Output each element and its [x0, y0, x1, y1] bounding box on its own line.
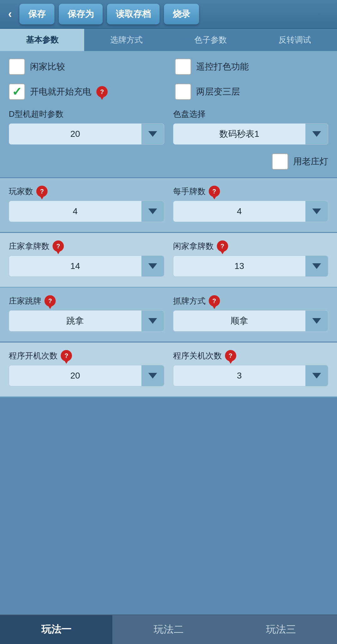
boot-count-label: 程序开机次数 ?: [9, 350, 164, 361]
kaidianchongdian-help-icon[interactable]: ?: [96, 86, 108, 97]
colordisc-field: 色盘选择 数码秒表1: [173, 109, 329, 145]
banker-cards-arrow[interactable]: [141, 256, 164, 276]
player-cards-value: 13: [173, 261, 306, 271]
player-count-help-icon[interactable]: ?: [36, 186, 48, 197]
player-count-dropdown[interactable]: 4: [9, 201, 164, 222]
banker-cards-dropdown[interactable]: 14: [9, 255, 164, 277]
boot-shutdown-section: 程序开机次数 ? 20 程序关机次数 ? 3: [0, 343, 337, 397]
xianjiabijiao-label: 闲家比较: [30, 61, 65, 73]
player-cards-help-icon[interactable]: ?: [217, 240, 228, 252]
banker-jump-label: 庄家跳牌 ?: [9, 295, 164, 307]
kaidianchongdian-label: 开电就开始充电: [30, 86, 91, 98]
dtimeout-dropdown[interactable]: 20: [9, 123, 164, 145]
banker-jump-help-icon[interactable]: ?: [44, 295, 56, 307]
player-count-arrow-icon: [148, 209, 157, 214]
banker-jump-dropdown[interactable]: 跳拿: [9, 310, 164, 332]
shutdown-count-dropdown[interactable]: 3: [173, 365, 329, 386]
hand-count-arrow-icon: [312, 209, 321, 214]
basic-toggles-section: 闲家比较 遥控打色功能 ✓ 开电就开始充电 ? 两层变三层: [0, 51, 337, 178]
player-cards-field: 闲家拿牌数 ? 13: [173, 240, 329, 277]
player-cards-arrow[interactable]: [305, 256, 328, 276]
tab-bar: 基本参数 选牌方式 色子参数 反转调试: [0, 29, 337, 51]
banker-cards-value: 14: [9, 261, 141, 271]
bottom-tab-gameplay3[interactable]: 玩法三: [225, 615, 337, 644]
yaokong-row: 遥控打色功能: [175, 59, 329, 75]
grab-mode-help-icon[interactable]: ?: [209, 295, 220, 307]
boot-count-value: 20: [9, 371, 141, 381]
shutdown-count-help-icon[interactable]: ?: [225, 350, 236, 361]
xianjiabijiao-checkbox[interactable]: [9, 59, 25, 75]
dtimeout-arrow[interactable]: [141, 124, 164, 144]
player-count-label: 玩家数 ?: [9, 186, 164, 197]
tab-reverse-debug[interactable]: 反转调试: [253, 29, 337, 51]
tab-basic-params[interactable]: 基本参数: [0, 29, 84, 51]
liangceng-row: 两层变三层: [175, 84, 329, 100]
hand-count-label: 每手牌数 ?: [173, 186, 329, 197]
player-cards-arrow-icon: [312, 263, 321, 269]
xianjiabijiao-row: 闲家比较: [9, 59, 162, 75]
shutdown-count-arrow-icon: [312, 373, 321, 379]
hand-count-help-icon[interactable]: ?: [209, 186, 220, 197]
shutdown-count-arrow[interactable]: [305, 365, 328, 386]
hand-count-field: 每手牌数 ? 4: [173, 186, 329, 222]
tab-dice-params[interactable]: 色子参数: [169, 29, 253, 51]
player-count-field: 玩家数 ? 4: [9, 186, 164, 222]
player-count-value: 4: [9, 206, 141, 216]
hand-count-value: 4: [173, 206, 306, 216]
liangceng-label: 两层变三层: [196, 86, 240, 98]
grab-mode-label: 抓牌方式 ?: [173, 295, 329, 307]
shutdown-count-value: 3: [173, 371, 306, 381]
banker-jump-arrow[interactable]: [141, 311, 164, 331]
colordisc-label: 色盘选择: [173, 109, 329, 120]
tab-card-mode[interactable]: 选牌方式: [84, 29, 168, 51]
grab-mode-arrow[interactable]: [305, 311, 328, 331]
grab-mode-dropdown[interactable]: 顺拿: [173, 310, 329, 332]
colordisc-dropdown[interactable]: 数码秒表1: [173, 123, 329, 145]
shutdown-count-field: 程序关机次数 ? 3: [173, 350, 329, 386]
grab-mode-arrow-icon: [312, 318, 321, 324]
banker-jump-arrow-icon: [148, 318, 157, 324]
dtimeout-value: 20: [9, 129, 141, 139]
grab-mode-field: 抓牌方式 ? 顺拿: [173, 295, 329, 332]
player-count-arrow[interactable]: [141, 201, 164, 222]
back-button[interactable]: ‹: [5, 7, 15, 21]
dtimeout-field: D型机超时参数 20: [9, 109, 164, 145]
banker-cards-help-icon[interactable]: ?: [53, 240, 64, 252]
hand-count-dropdown[interactable]: 4: [173, 201, 329, 222]
save-as-button[interactable]: 保存为: [59, 4, 103, 24]
laozhuangdeng-checkbox[interactable]: [272, 153, 288, 170]
save-button[interactable]: 保存: [19, 4, 54, 24]
top-bar: ‹ 保存 保存为 读取存档 烧录: [0, 0, 337, 29]
boot-count-help-icon[interactable]: ?: [61, 350, 72, 361]
banker-cards-field: 庄家拿牌数 ? 14: [9, 240, 164, 277]
banker-jump-value: 跳拿: [9, 315, 141, 327]
dtimeout-label: D型机超时参数: [9, 109, 164, 120]
bottom-tab-gameplay1[interactable]: 玩法一: [0, 615, 112, 644]
bottom-tab-bar: 玩法一 玩法二 玩法三: [0, 615, 337, 644]
liangceng-checkbox[interactable]: [175, 84, 191, 100]
banker-player-cards-section: 庄家拿牌数 ? 14 闲家拿牌数 ? 13: [0, 233, 337, 288]
dtimeout-arrow-icon: [148, 131, 157, 137]
kaidianchongdian-checkbox[interactable]: ✓: [9, 84, 25, 100]
shutdown-count-label: 程序关机次数 ?: [173, 350, 329, 361]
burn-button[interactable]: 烧录: [164, 4, 199, 24]
colordisc-arrow[interactable]: [305, 124, 328, 144]
checkmark-icon: ✓: [12, 86, 22, 98]
banker-cards-arrow-icon: [148, 263, 157, 269]
boot-count-arrow[interactable]: [141, 365, 164, 386]
banker-jump-field: 庄家跳牌 ? 跳拿: [9, 295, 164, 332]
kaidianchongdian-row: ✓ 开电就开始充电 ?: [9, 84, 162, 100]
yaokong-checkbox[interactable]: [175, 59, 191, 75]
player-hand-section: 玩家数 ? 4 每手牌数 ? 4: [0, 178, 337, 233]
player-cards-dropdown[interactable]: 13: [173, 255, 329, 277]
load-button[interactable]: 读取存档: [107, 4, 160, 24]
boot-count-dropdown[interactable]: 20: [9, 365, 164, 386]
colordisc-value: 数码秒表1: [173, 128, 306, 140]
grab-mode-value: 顺拿: [173, 315, 306, 327]
player-cards-label: 闲家拿牌数 ?: [173, 240, 329, 252]
bottom-tab-gameplay2[interactable]: 玩法二: [112, 615, 225, 644]
banker-cards-label: 庄家拿牌数 ?: [9, 240, 164, 252]
hand-count-arrow[interactable]: [305, 201, 328, 222]
boot-count-field: 程序开机次数 ? 20: [9, 350, 164, 386]
colordisc-arrow-icon: [312, 131, 321, 137]
